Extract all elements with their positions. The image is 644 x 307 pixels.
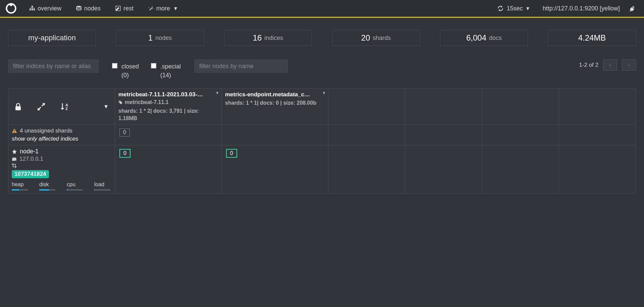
summary-indices[interactable]: 16indices xyxy=(224,30,312,46)
svg-point-10 xyxy=(149,7,149,8)
refresh-label: 15sec xyxy=(507,5,523,12)
index-name[interactable]: metricbeat-7.11.1-2021.03.03-… xyxy=(118,91,206,98)
edit-icon xyxy=(115,6,121,11)
stat-load: load xyxy=(94,182,110,191)
warning-icon xyxy=(12,128,17,134)
svg-point-18 xyxy=(15,160,16,161)
svg-rect-5 xyxy=(32,9,33,10)
nav-overview-label: overview xyxy=(38,5,61,12)
checkbox-closed[interactable]: closed(0) xyxy=(112,62,139,80)
connect-button[interactable] xyxy=(627,5,637,12)
filter-row: closed(0) .special(14) 1-2 of 2 ‹ › xyxy=(0,53,644,88)
magic-icon xyxy=(148,6,154,11)
svg-rect-17 xyxy=(14,132,15,133)
pagination-label: 1-2 of 2 xyxy=(579,62,598,68)
cluster-host[interactable]: http://127.0.0.1:9200 [yellow] xyxy=(536,5,627,12)
tag-icon xyxy=(118,100,123,105)
svg-rect-2 xyxy=(10,8,12,9)
summary-nodes[interactable]: 1nodes xyxy=(116,30,204,46)
sitemap-icon xyxy=(30,6,35,11)
node-name[interactable]: node-1 xyxy=(20,148,39,155)
index-name[interactable]: metrics-endpoint.metadata_cu… xyxy=(225,91,312,98)
disk-icon xyxy=(12,157,17,162)
node-row: node-1 127.0.0.1 1073741824 heap disk cp… xyxy=(8,145,636,194)
summary-row: my-application 1nodes 16indices 20shards… xyxy=(0,18,644,53)
page-next-button[interactable]: › xyxy=(622,59,636,71)
caret-down-icon[interactable]: ▼ xyxy=(103,104,109,110)
svg-rect-3 xyxy=(32,6,33,7)
svg-rect-16 xyxy=(14,130,15,132)
nav-rest-label: rest xyxy=(123,5,133,12)
index-stats: shards: 1 * 1| docs: 0 | size: 208.00b xyxy=(225,99,325,107)
svg-point-1 xyxy=(10,3,13,6)
summary-shards[interactable]: 20shards xyxy=(332,30,420,46)
app-logo xyxy=(3,1,19,16)
expand-icon[interactable] xyxy=(37,103,45,111)
shard-primary[interactable]: 0 xyxy=(226,149,237,158)
show-affected-link[interactable]: show only affected indices xyxy=(12,136,111,142)
shard-grid: AZ ▼ ▼ metricbeat-7.11.1-2021.03.03-… me… xyxy=(8,88,636,194)
svg-text:A: A xyxy=(65,103,68,107)
checkbox-icon xyxy=(151,63,156,68)
stat-disk: disk xyxy=(39,182,55,191)
svg-point-15 xyxy=(119,101,120,102)
star-icon xyxy=(12,149,17,154)
nav-more[interactable]: more ▾ xyxy=(141,0,184,17)
summary-size[interactable]: 4.24MB xyxy=(548,30,636,46)
index-header-1: ▼ metrics-endpoint.metadata_cu… shards: … xyxy=(222,89,328,125)
summary-docs[interactable]: 6,004docs xyxy=(440,30,528,46)
nav-nodes-label: nodes xyxy=(84,5,101,12)
chevron-down-icon: ▾ xyxy=(526,5,529,12)
chevron-down-icon: ▾ xyxy=(174,5,177,12)
nav-more-label: more xyxy=(156,5,170,12)
refresh-interval[interactable]: 15sec ▾ xyxy=(491,5,536,12)
plug-icon xyxy=(629,5,635,12)
checkbox-icon xyxy=(112,63,117,68)
node-ip: 127.0.0.1 xyxy=(19,156,43,162)
unassigned-row: 4 unassigned shards show only affected i… xyxy=(8,125,636,145)
index-menu-caret[interactable]: ▼ xyxy=(322,91,326,95)
checkbox-special[interactable]: .special(14) xyxy=(151,62,181,80)
database-icon xyxy=(76,6,82,11)
svg-point-7 xyxy=(76,6,81,8)
index-alias[interactable]: metricbeat-7.11.1 xyxy=(125,99,169,105)
sort-alpha-icon[interactable]: AZ xyxy=(61,102,70,111)
nav-nodes[interactable]: nodes xyxy=(69,0,108,17)
svg-rect-4 xyxy=(30,9,31,10)
top-nav: overview nodes rest more ▾ 15sec ▾ http:… xyxy=(0,0,644,18)
shard-replica[interactable]: 0 xyxy=(119,129,130,137)
summary-cluster[interactable]: my-application xyxy=(8,30,96,46)
crop-icon xyxy=(12,163,17,168)
heap-badge: 1073741824 xyxy=(12,170,49,178)
cluster-name: my-application xyxy=(28,34,76,42)
index-menu-caret[interactable]: ▼ xyxy=(215,91,219,95)
index-stats: shards: 1 * 2| docs: 3,791 | size: 1.18M… xyxy=(118,107,218,122)
node-stats: heap disk cpu load xyxy=(12,182,111,191)
svg-point-9 xyxy=(152,6,153,7)
host-status: [yellow] xyxy=(600,5,620,12)
host-url: http://127.0.0.1:9200 xyxy=(543,5,598,12)
svg-text:Z: Z xyxy=(65,107,68,111)
nav-rest[interactable]: rest xyxy=(108,0,141,17)
filter-indices-input[interactable] xyxy=(8,59,99,73)
index-header-0: ▼ metricbeat-7.11.1-2021.03.03-… metricb… xyxy=(115,89,222,125)
page-prev-button[interactable]: ‹ xyxy=(603,59,617,71)
svg-rect-6 xyxy=(34,9,35,10)
svg-point-11 xyxy=(153,8,153,9)
stat-heap: heap xyxy=(12,182,28,191)
refresh-icon xyxy=(497,5,503,11)
lock-icon[interactable] xyxy=(14,103,22,111)
svg-rect-12 xyxy=(15,106,21,110)
filter-nodes-input[interactable] xyxy=(194,59,288,73)
shard-primary[interactable]: 0 xyxy=(119,149,130,158)
stat-cpu: cpu xyxy=(67,182,83,191)
nav-overview[interactable]: overview xyxy=(22,0,69,17)
